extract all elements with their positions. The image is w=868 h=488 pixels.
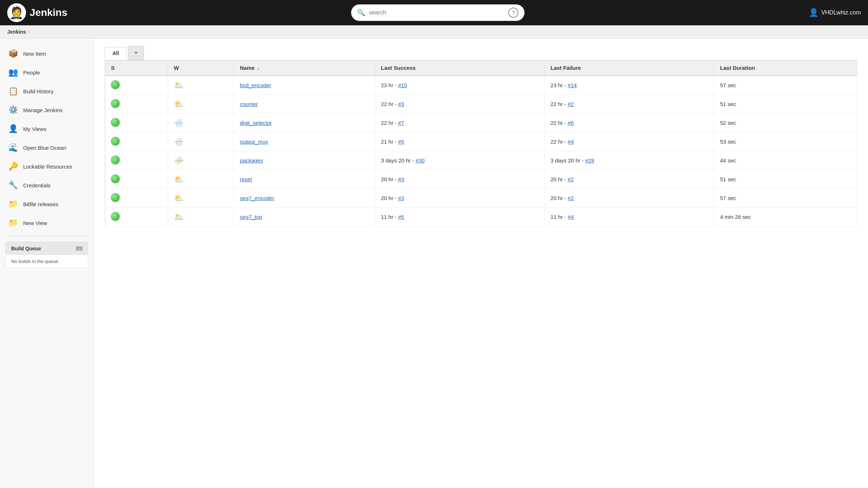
last-failure-link[interactable]: #4 — [568, 214, 574, 220]
sidebar-label-build-history: Build History — [23, 88, 54, 94]
col-header-last-duration: Last Duration — [714, 60, 857, 76]
tab-add-button[interactable]: + — [128, 46, 144, 60]
main-container: 📦 New Item 👥 People 📋 Build History ⚙️ M… — [0, 39, 868, 488]
table-row: ⛅seg7_encoder20 hr - #320 hr - #257 sec — [105, 189, 857, 208]
sidebar-item-build-history[interactable]: 📋 Build History — [0, 82, 94, 101]
jobs-table: S W Name ↓ Last Success Last Failure — [105, 60, 857, 226]
status-cell — [105, 76, 168, 95]
table-row: 🌧️output_mux21 hr - #522 hr - #453 sec — [105, 132, 857, 151]
bitfile-releases-icon: 📁 — [7, 198, 19, 210]
last-failure-link[interactable]: #4 — [568, 139, 574, 145]
col-header-status: S — [105, 60, 168, 76]
last-failure-cell: 22 hr - #6 — [544, 114, 714, 132]
col-header-name[interactable]: Name ↓ — [234, 60, 375, 76]
last-success-link[interactable]: #5 — [398, 214, 404, 220]
last-success-link[interactable]: #3 — [398, 101, 404, 107]
user-area[interactable]: 👤 VHDLwhiz.com — [809, 8, 861, 17]
sidebar-label-new-view: New View — [23, 220, 47, 226]
sidebar-item-manage-jenkins[interactable]: ⚙️ Manage Jenkins — [0, 101, 94, 119]
jenkins-logo-icon: 🤵 — [7, 3, 26, 22]
sidebar-item-people[interactable]: 👥 People — [0, 63, 94, 82]
build-history-icon: 📋 — [7, 85, 19, 97]
sidebar-item-bitfile-releases[interactable]: 📁 Bitfile releases — [0, 195, 94, 213]
job-name-link[interactable]: packages — [240, 157, 263, 164]
name-cell: output_mux — [234, 132, 375, 151]
last-success-link[interactable]: #5 — [398, 139, 404, 145]
help-icon[interactable]: ? — [508, 8, 518, 18]
last-duration-cell: 52 sec — [714, 114, 857, 132]
last-success-cell: 20 hr - #3 — [375, 170, 544, 189]
weather-icon: ⛅ — [174, 194, 184, 203]
last-success-link[interactable]: #15 — [398, 82, 407, 88]
last-success-link[interactable]: #3 — [398, 195, 404, 201]
job-name-link[interactable]: reset — [240, 176, 252, 182]
sidebar-item-credentials[interactable]: 🔧 Credentials — [0, 176, 94, 195]
manage-jenkins-icon: ⚙️ — [7, 104, 19, 116]
weather-cell: ⛅ — [168, 170, 234, 189]
last-failure-link[interactable]: #6 — [568, 120, 574, 126]
weather-cell: 🌧️ — [168, 114, 234, 132]
weather-cell: ⛅ — [168, 95, 234, 114]
col-header-last-success: Last Success — [375, 60, 544, 76]
status-ball — [111, 193, 120, 202]
last-success-link[interactable]: #7 — [398, 120, 404, 126]
build-queue: Build Queue — No builds in the queue. — [5, 242, 88, 268]
job-name-link[interactable]: bcd_encoder — [240, 82, 271, 88]
weather-icon: ⛅ — [174, 175, 184, 184]
tab-all[interactable]: All — [105, 47, 127, 59]
credentials-icon: 🔧 — [7, 179, 19, 191]
job-name-link[interactable]: digit_selector — [240, 120, 271, 126]
job-name-link[interactable]: seg7_encoder — [240, 195, 274, 201]
breadcrumb-root[interactable]: Jenkins — [7, 29, 26, 35]
last-success-cell: 22 hr - #3 — [375, 95, 544, 114]
name-cell: reset — [234, 170, 375, 189]
user-icon: 👤 — [809, 8, 818, 17]
search-input[interactable] — [369, 9, 505, 16]
weather-cell: 🌥️ — [168, 76, 234, 95]
build-queue-body: No builds in the queue. — [6, 255, 88, 268]
lockable-resources-icon: 🔑 — [7, 161, 19, 172]
last-failure-link[interactable]: #2 — [568, 101, 574, 107]
jenkins-logo[interactable]: 🤵 Jenkins — [7, 3, 67, 22]
job-name-link[interactable]: seg7_top — [240, 214, 262, 220]
last-success-cell: 3 days 20 hr - #30 — [375, 151, 544, 170]
search-icon: 🔍 — [357, 9, 365, 17]
sidebar-item-new-view[interactable]: 📁 New View — [0, 213, 94, 232]
main-content: All + S W Name ↓ — [94, 39, 868, 488]
status-ball — [111, 212, 120, 221]
last-success-link[interactable]: #30 — [416, 157, 425, 164]
last-duration-cell: 57 sec — [714, 189, 857, 208]
sidebar-item-open-blue-ocean[interactable]: 🌊 Open Blue Ocean — [0, 138, 94, 157]
status-cell — [105, 132, 168, 151]
weather-icon: 🌧️ — [174, 118, 184, 127]
table-header-row: S W Name ↓ Last Success Last Failure — [105, 60, 857, 76]
status-cell — [105, 189, 168, 208]
build-queue-title: Build Queue — [11, 246, 41, 251]
name-cell: counter — [234, 95, 375, 114]
last-failure-link[interactable]: #2 — [568, 176, 574, 182]
last-failure-link[interactable]: #14 — [568, 82, 577, 88]
search-area: 🔍 ? — [74, 4, 801, 21]
last-failure-link[interactable]: #29 — [585, 157, 594, 164]
sidebar-label-people: People — [23, 69, 40, 76]
name-cell: seg7_top — [234, 208, 375, 226]
sidebar-item-lockable-resources[interactable]: 🔑 Lockable Resources — [0, 157, 94, 176]
last-failure-link[interactable]: #2 — [568, 195, 574, 201]
table-row: ⛈️packages3 days 20 hr - #303 days 20 hr… — [105, 151, 857, 170]
table-row: 🌧️digit_selector22 hr - #722 hr - #652 s… — [105, 114, 857, 132]
user-name: VHDLwhiz.com — [821, 9, 861, 16]
status-ball — [111, 118, 120, 127]
job-name-link[interactable]: output_mux — [240, 139, 268, 145]
sidebar-item-new-item[interactable]: 📦 New Item — [0, 44, 94, 63]
status-ball — [111, 174, 120, 183]
weather-cell: 🌥️ — [168, 208, 234, 226]
app-title: Jenkins — [30, 7, 67, 18]
col-header-weather: W — [168, 60, 234, 76]
build-queue-minimize-button[interactable]: — — [76, 246, 82, 251]
sidebar-item-my-views[interactable]: 👤 My Views — [0, 119, 94, 138]
sidebar-label-new-item: New Item — [23, 51, 46, 57]
last-success-link[interactable]: #3 — [398, 176, 404, 182]
sidebar-divider — [5, 236, 88, 236]
last-duration-cell: 4 min 28 sec — [714, 208, 857, 226]
job-name-link[interactable]: counter — [240, 101, 258, 107]
